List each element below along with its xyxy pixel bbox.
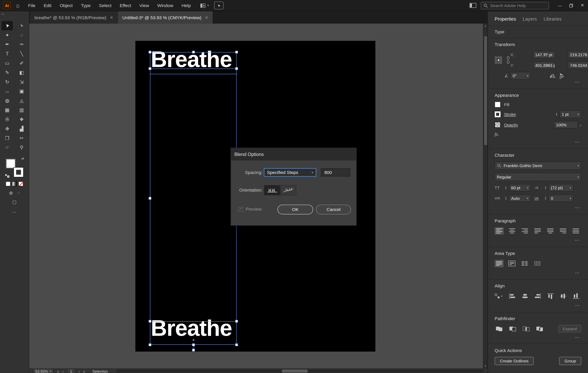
group-button[interactable]: Group — [559, 357, 581, 365]
pathfinder-more-options[interactable]: ⋯ — [575, 335, 580, 340]
flip-horizontal-icon[interactable] — [549, 73, 556, 78]
menu-object[interactable]: Object — [55, 0, 77, 11]
horizontal-scrollbar[interactable] — [116, 370, 484, 373]
opacity-label[interactable]: Opacity — [504, 123, 518, 127]
close-button[interactable]: ✕ — [577, 0, 588, 11]
artboard-tool[interactable]: ❒ — [1, 134, 13, 143]
orientation-align-page-button[interactable] — [264, 185, 280, 195]
justify-all-button[interactable] — [571, 227, 580, 235]
previous-artboard-button[interactable]: ‹ — [63, 369, 64, 373]
stroke-color-swatch[interactable] — [14, 167, 23, 177]
auto-size-button[interactable] — [495, 260, 504, 267]
align-more-options[interactable]: ⋯ — [575, 303, 580, 308]
panel-tab-properties[interactable]: Properties — [495, 16, 516, 22]
link-dimensions-icon[interactable] — [506, 56, 510, 64]
artboard-text-top[interactable]: Breathe — [151, 48, 232, 71]
gradient-mode-button[interactable] — [12, 181, 17, 186]
fixed-size-button[interactable] — [507, 260, 516, 267]
menu-file[interactable]: File — [24, 0, 40, 11]
pen-tool[interactable]: ✒ — [1, 40, 13, 49]
flip-vertical-icon[interactable] — [559, 73, 564, 79]
leading-stepper[interactable]: ▴▾ — [544, 186, 547, 190]
toolbar-grip[interactable]: ······ — [0, 16, 29, 19]
tab-close-icon[interactable]: × — [110, 15, 113, 20]
fill-swatch[interactable] — [495, 102, 501, 108]
column-graph-tool[interactable]: ▟ — [16, 124, 27, 134]
first-artboard-button[interactable]: « — [57, 369, 59, 373]
shape-builder-tool[interactable]: ◍ — [1, 96, 13, 105]
symbol-sprayer-tool[interactable]: ❉ — [1, 124, 13, 134]
eraser-tool[interactable]: ◧ — [16, 68, 27, 77]
tracking-select[interactable]: 0▾ — [549, 195, 573, 202]
restore-button[interactable] — [566, 0, 577, 11]
preview-checkbox[interactable]: ✓ — [238, 207, 243, 212]
align-center-button[interactable] — [507, 227, 516, 235]
vertical-scrollbar[interactable]: ▴ ▾ — [483, 24, 487, 369]
collapse-tools-icon[interactable]: « — [2, 12, 4, 16]
align-vertical-center-button[interactable] — [559, 292, 568, 300]
swap-fill-stroke-icon[interactable]: ⇄ — [21, 157, 24, 160]
paragraph-more-options[interactable]: ⋯ — [575, 238, 580, 243]
minimize-button[interactable]: — — [554, 0, 566, 11]
opacity-swatch[interactable] — [495, 122, 501, 128]
leading-select[interactable]: (72 pt)▾ — [549, 184, 573, 191]
document-tab[interactable]: Untitled-3* @ 53.93 % (CMYK/Preview)× — [118, 11, 213, 23]
color-mode-button[interactable] — [6, 181, 10, 186]
stroke-swatch[interactable] — [495, 111, 501, 117]
character-more-options[interactable]: ⋯ — [575, 205, 580, 210]
lasso-tool[interactable]: ◌ — [16, 30, 27, 40]
eyedropper-tool[interactable]: ✇ — [1, 114, 13, 124]
vertical-scroll-thumb[interactable] — [484, 36, 487, 145]
draw-behind-icon[interactable]: ◌ — [17, 190, 20, 195]
stroke-weight-stepper[interactable]: ▴▾ — [555, 113, 558, 116]
paintbrush-tool[interactable]: ✐ — [16, 58, 27, 68]
slice-tool[interactable]: ✂ — [16, 134, 27, 143]
line-segment-tool[interactable]: ╲ — [16, 49, 27, 59]
last-artboard-button[interactable]: » — [83, 369, 85, 373]
menu-edit[interactable]: Edit — [40, 0, 56, 11]
rectangle-tool[interactable]: ▭ — [1, 58, 13, 68]
ok-button[interactable]: OK — [278, 205, 313, 215]
area-type-more-options[interactable]: ⋯ — [575, 270, 580, 275]
scale-tool[interactable]: ⇲ — [16, 77, 27, 87]
font-style-select[interactable]: Regular ▾ — [495, 173, 581, 181]
align-horizontal-right-button[interactable] — [533, 292, 542, 300]
menu-effect[interactable]: Effect — [116, 0, 135, 11]
stroke-weight-select[interactable]: 1 pt▾ — [560, 111, 581, 118]
height-field[interactable]: 746.0244 p — [568, 62, 588, 69]
transform-more-options[interactable]: ⋯ — [575, 80, 580, 85]
text-flow-button[interactable] — [533, 260, 542, 267]
columns-button[interactable] — [520, 260, 529, 267]
workspace-switcher[interactable]: ▾ — [200, 3, 209, 8]
orientation-align-path-button[interactable] — [280, 185, 296, 195]
pencil-tool[interactable]: ✎ — [1, 68, 13, 77]
justify-center-button[interactable] — [546, 227, 555, 235]
opacity-field[interactable]: 100% — [554, 121, 578, 128]
align-horizontal-center-button[interactable] — [521, 292, 530, 300]
kerning-select[interactable]: Auto▾ — [509, 195, 531, 202]
tab-close-icon[interactable]: × — [205, 15, 208, 20]
panel-tab-libraries[interactable]: Libraries — [544, 16, 562, 22]
default-fill-stroke-icon[interactable] — [5, 174, 9, 178]
cancel-button[interactable]: Cancel — [316, 205, 351, 215]
magic-wand-tool[interactable]: ✦ — [1, 30, 13, 40]
spacing-select[interactable]: Specified Steps ▾ — [264, 168, 316, 176]
zoom-level-select[interactable]: 53.93% ▾ — [33, 369, 53, 373]
hand-tool[interactable]: ☞ — [1, 143, 13, 152]
mesh-tool[interactable]: ▦ — [1, 105, 13, 115]
reference-point-icon[interactable] — [495, 56, 502, 64]
font-size-select[interactable]: 60 pt▾ — [509, 184, 531, 191]
scroll-down-icon[interactable]: ▾ — [485, 364, 486, 369]
artboard-number-field[interactable]: 1 — [67, 369, 75, 373]
illustrator-logo[interactable]: Ai — [3, 1, 11, 10]
intersect-button[interactable] — [522, 325, 531, 332]
justify-right-button[interactable] — [558, 227, 567, 235]
effects-button[interactable]: fx. — [495, 132, 581, 137]
tracking-stepper[interactable]: ▴▾ — [544, 197, 547, 200]
horizontal-scroll-thumb[interactable] — [282, 370, 308, 373]
menu-window[interactable]: Window — [153, 0, 177, 11]
gradient-tool[interactable]: ▥ — [16, 105, 27, 115]
expand-button[interactable]: Expand — [558, 325, 581, 332]
next-artboard-button[interactable]: › — [79, 369, 80, 373]
stroke-label[interactable]: Stroke — [504, 112, 516, 117]
